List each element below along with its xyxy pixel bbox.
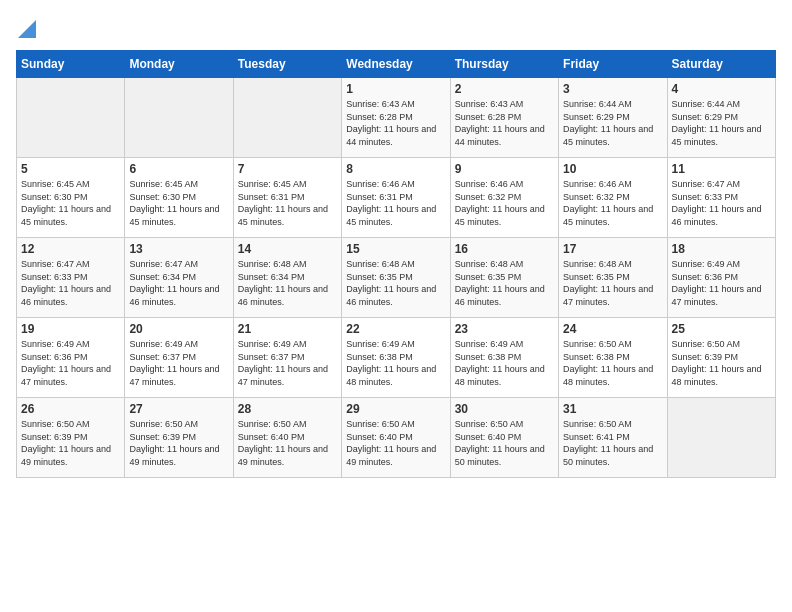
calendar-header-row: SundayMondayTuesdayWednesdayThursdayFrid…: [17, 51, 776, 78]
cell-content: Sunrise: 6:49 AMSunset: 6:38 PMDaylight:…: [455, 338, 554, 388]
calendar-cell: [667, 398, 775, 478]
calendar-cell: [17, 78, 125, 158]
calendar-cell: 18Sunrise: 6:49 AMSunset: 6:36 PMDayligh…: [667, 238, 775, 318]
cell-content: Sunrise: 6:50 AMSunset: 6:39 PMDaylight:…: [129, 418, 228, 468]
cell-content: Sunrise: 6:50 AMSunset: 6:41 PMDaylight:…: [563, 418, 662, 468]
cell-content: Sunrise: 6:49 AMSunset: 6:36 PMDaylight:…: [672, 258, 771, 308]
calendar-cell: [125, 78, 233, 158]
cell-content: Sunrise: 6:49 AMSunset: 6:37 PMDaylight:…: [129, 338, 228, 388]
cell-content: Sunrise: 6:46 AMSunset: 6:32 PMDaylight:…: [455, 178, 554, 228]
cell-content: Sunrise: 6:48 AMSunset: 6:35 PMDaylight:…: [346, 258, 445, 308]
day-number: 2: [455, 82, 554, 96]
calendar-table: SundayMondayTuesdayWednesdayThursdayFrid…: [16, 50, 776, 478]
cell-content: Sunrise: 6:50 AMSunset: 6:40 PMDaylight:…: [455, 418, 554, 468]
header-thursday: Thursday: [450, 51, 558, 78]
calendar-cell: 11Sunrise: 6:47 AMSunset: 6:33 PMDayligh…: [667, 158, 775, 238]
cell-content: Sunrise: 6:47 AMSunset: 6:33 PMDaylight:…: [21, 258, 120, 308]
calendar-cell: 2Sunrise: 6:43 AMSunset: 6:28 PMDaylight…: [450, 78, 558, 158]
day-number: 17: [563, 242, 662, 256]
calendar-cell: 9Sunrise: 6:46 AMSunset: 6:32 PMDaylight…: [450, 158, 558, 238]
header-tuesday: Tuesday: [233, 51, 341, 78]
header-saturday: Saturday: [667, 51, 775, 78]
header-monday: Monday: [125, 51, 233, 78]
calendar-cell: 14Sunrise: 6:48 AMSunset: 6:34 PMDayligh…: [233, 238, 341, 318]
cell-content: Sunrise: 6:47 AMSunset: 6:33 PMDaylight:…: [672, 178, 771, 228]
cell-content: Sunrise: 6:50 AMSunset: 6:40 PMDaylight:…: [346, 418, 445, 468]
cell-content: Sunrise: 6:47 AMSunset: 6:34 PMDaylight:…: [129, 258, 228, 308]
cell-content: Sunrise: 6:45 AMSunset: 6:30 PMDaylight:…: [21, 178, 120, 228]
cell-content: Sunrise: 6:43 AMSunset: 6:28 PMDaylight:…: [346, 98, 445, 148]
day-number: 5: [21, 162, 120, 176]
calendar-cell: 17Sunrise: 6:48 AMSunset: 6:35 PMDayligh…: [559, 238, 667, 318]
day-number: 6: [129, 162, 228, 176]
calendar-cell: 12Sunrise: 6:47 AMSunset: 6:33 PMDayligh…: [17, 238, 125, 318]
cell-content: Sunrise: 6:48 AMSunset: 6:35 PMDaylight:…: [455, 258, 554, 308]
day-number: 31: [563, 402, 662, 416]
calendar-cell: 23Sunrise: 6:49 AMSunset: 6:38 PMDayligh…: [450, 318, 558, 398]
week-row-3: 12Sunrise: 6:47 AMSunset: 6:33 PMDayligh…: [17, 238, 776, 318]
day-number: 8: [346, 162, 445, 176]
cell-content: Sunrise: 6:50 AMSunset: 6:38 PMDaylight:…: [563, 338, 662, 388]
day-number: 20: [129, 322, 228, 336]
calendar-cell: 6Sunrise: 6:45 AMSunset: 6:30 PMDaylight…: [125, 158, 233, 238]
cell-content: Sunrise: 6:50 AMSunset: 6:39 PMDaylight:…: [672, 338, 771, 388]
calendar-cell: 22Sunrise: 6:49 AMSunset: 6:38 PMDayligh…: [342, 318, 450, 398]
day-number: 30: [455, 402, 554, 416]
day-number: 14: [238, 242, 337, 256]
day-number: 21: [238, 322, 337, 336]
day-number: 9: [455, 162, 554, 176]
calendar-cell: 27Sunrise: 6:50 AMSunset: 6:39 PMDayligh…: [125, 398, 233, 478]
day-number: 28: [238, 402, 337, 416]
cell-content: Sunrise: 6:46 AMSunset: 6:32 PMDaylight:…: [563, 178, 662, 228]
cell-content: Sunrise: 6:49 AMSunset: 6:38 PMDaylight:…: [346, 338, 445, 388]
calendar-cell: 13Sunrise: 6:47 AMSunset: 6:34 PMDayligh…: [125, 238, 233, 318]
day-number: 25: [672, 322, 771, 336]
calendar-cell: 7Sunrise: 6:45 AMSunset: 6:31 PMDaylight…: [233, 158, 341, 238]
header-friday: Friday: [559, 51, 667, 78]
day-number: 23: [455, 322, 554, 336]
calendar-cell: 3Sunrise: 6:44 AMSunset: 6:29 PMDaylight…: [559, 78, 667, 158]
cell-content: Sunrise: 6:45 AMSunset: 6:31 PMDaylight:…: [238, 178, 337, 228]
calendar-cell: 21Sunrise: 6:49 AMSunset: 6:37 PMDayligh…: [233, 318, 341, 398]
cell-content: Sunrise: 6:50 AMSunset: 6:40 PMDaylight:…: [238, 418, 337, 468]
day-number: 13: [129, 242, 228, 256]
week-row-5: 26Sunrise: 6:50 AMSunset: 6:39 PMDayligh…: [17, 398, 776, 478]
logo: [16, 16, 36, 38]
day-number: 11: [672, 162, 771, 176]
cell-content: Sunrise: 6:49 AMSunset: 6:37 PMDaylight:…: [238, 338, 337, 388]
day-number: 22: [346, 322, 445, 336]
calendar-cell: 25Sunrise: 6:50 AMSunset: 6:39 PMDayligh…: [667, 318, 775, 398]
calendar-cell: 15Sunrise: 6:48 AMSunset: 6:35 PMDayligh…: [342, 238, 450, 318]
calendar-cell: 8Sunrise: 6:46 AMSunset: 6:31 PMDaylight…: [342, 158, 450, 238]
day-number: 12: [21, 242, 120, 256]
calendar-cell: 24Sunrise: 6:50 AMSunset: 6:38 PMDayligh…: [559, 318, 667, 398]
calendar-cell: 26Sunrise: 6:50 AMSunset: 6:39 PMDayligh…: [17, 398, 125, 478]
cell-content: Sunrise: 6:45 AMSunset: 6:30 PMDaylight:…: [129, 178, 228, 228]
day-number: 19: [21, 322, 120, 336]
page-header: [16, 16, 776, 38]
cell-content: Sunrise: 6:48 AMSunset: 6:34 PMDaylight:…: [238, 258, 337, 308]
day-number: 26: [21, 402, 120, 416]
calendar-cell: 29Sunrise: 6:50 AMSunset: 6:40 PMDayligh…: [342, 398, 450, 478]
day-number: 7: [238, 162, 337, 176]
day-number: 4: [672, 82, 771, 96]
calendar-cell: 20Sunrise: 6:49 AMSunset: 6:37 PMDayligh…: [125, 318, 233, 398]
day-number: 18: [672, 242, 771, 256]
cell-content: Sunrise: 6:43 AMSunset: 6:28 PMDaylight:…: [455, 98, 554, 148]
calendar-cell: 19Sunrise: 6:49 AMSunset: 6:36 PMDayligh…: [17, 318, 125, 398]
calendar-cell: 30Sunrise: 6:50 AMSunset: 6:40 PMDayligh…: [450, 398, 558, 478]
header-wednesday: Wednesday: [342, 51, 450, 78]
calendar-cell: 1Sunrise: 6:43 AMSunset: 6:28 PMDaylight…: [342, 78, 450, 158]
svg-marker-0: [18, 20, 36, 38]
day-number: 1: [346, 82, 445, 96]
day-number: 10: [563, 162, 662, 176]
logo-icon: [18, 16, 36, 38]
week-row-4: 19Sunrise: 6:49 AMSunset: 6:36 PMDayligh…: [17, 318, 776, 398]
calendar-cell: 10Sunrise: 6:46 AMSunset: 6:32 PMDayligh…: [559, 158, 667, 238]
day-number: 29: [346, 402, 445, 416]
calendar-cell: 16Sunrise: 6:48 AMSunset: 6:35 PMDayligh…: [450, 238, 558, 318]
calendar-cell: 31Sunrise: 6:50 AMSunset: 6:41 PMDayligh…: [559, 398, 667, 478]
calendar-cell: 5Sunrise: 6:45 AMSunset: 6:30 PMDaylight…: [17, 158, 125, 238]
day-number: 27: [129, 402, 228, 416]
day-number: 24: [563, 322, 662, 336]
